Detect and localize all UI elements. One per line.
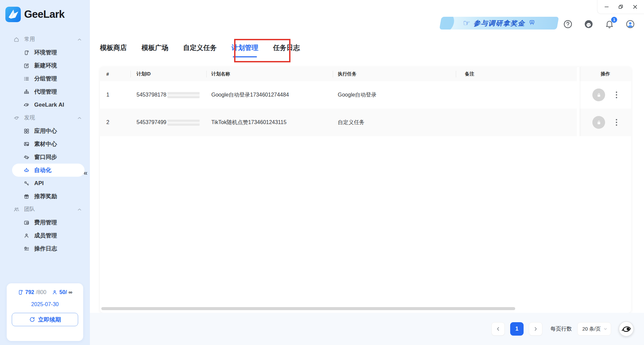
column-header-4: 备注 bbox=[456, 67, 577, 81]
sidebar-section-discover[interactable]: 发现 bbox=[0, 111, 90, 124]
sidebar-item-label: 推荐奖励 bbox=[34, 192, 57, 200]
lock-button[interactable] bbox=[592, 116, 605, 129]
sidebar-collapse-button[interactable]: « bbox=[81, 168, 90, 178]
more-actions-button[interactable] bbox=[614, 90, 619, 100]
brand-logo: GeeLark bbox=[0, 0, 90, 22]
sidebar-item-label: 成员管理 bbox=[34, 232, 57, 239]
fixed-column-gap bbox=[577, 109, 580, 136]
sidebar-item-api[interactable]: API bbox=[12, 177, 85, 190]
chevron-down-icon bbox=[603, 327, 607, 331]
plan-table-card: #计划ID计划名称执行任务备注操作 15453798178Google自动登录1… bbox=[100, 67, 631, 313]
tab-template-plaza[interactable]: 模板广场 bbox=[142, 43, 168, 57]
env-quota-used: 792 bbox=[25, 289, 34, 295]
renew-button-label: 立即续期 bbox=[38, 316, 61, 324]
env-quota-total: /800 bbox=[36, 289, 46, 295]
sidebar-item-members[interactable]: 成员管理 bbox=[12, 229, 85, 242]
banner-text: 参与调研拿奖金 bbox=[474, 19, 525, 28]
chevron-up-icon bbox=[76, 115, 83, 121]
tab-task-log[interactable]: 任务日志 bbox=[273, 43, 300, 57]
restore-button[interactable] bbox=[617, 3, 625, 11]
tabs-bar: 模板商店模板广场自定义任务计划管理任务日志 bbox=[100, 43, 300, 57]
account-avatar[interactable] bbox=[625, 19, 635, 29]
plan-quota-card: 792/800 50/∞ 2025-07-30 立即续期 bbox=[7, 283, 83, 341]
sidebar-item-referral-reward[interactable]: 推荐奖励 bbox=[12, 190, 85, 203]
cell-operations bbox=[580, 109, 631, 136]
assistant-float-button[interactable] bbox=[619, 321, 634, 337]
help-button[interactable] bbox=[563, 19, 573, 29]
sidebar-section-label: 常用 bbox=[24, 36, 72, 43]
sidebar-section-label: 发现 bbox=[24, 114, 72, 121]
sidebar-item-label: 操作日志 bbox=[34, 245, 57, 252]
member-quota-used: 50/ bbox=[59, 289, 67, 295]
log-icon bbox=[23, 246, 30, 252]
sidebar-item-label: 新建环境 bbox=[34, 62, 57, 69]
sidebar-item-new-env[interactable]: 新建环境 bbox=[12, 59, 85, 72]
cell-note bbox=[456, 109, 577, 136]
sidebar: GeeLark 常用环境管理新建环境分组管理代理管理GeeLark AI发现应用… bbox=[0, 0, 90, 345]
notifications-button[interactable]: 1 bbox=[604, 19, 614, 29]
app-window: GeeLark 常用环境管理新建环境分组管理代理管理GeeLark AI发现应用… bbox=[0, 0, 644, 345]
tab-plan-manage[interactable]: 计划管理 bbox=[231, 43, 258, 57]
chevron-up-icon bbox=[76, 37, 83, 43]
sidebar-item-material-center[interactable]: 素材中心 bbox=[12, 137, 85, 151]
sidebar-section-team[interactable]: 团队 bbox=[0, 203, 90, 216]
table-body: 15453798178Google自动登录1734601274484Google… bbox=[100, 81, 631, 136]
person-quota-icon bbox=[52, 289, 58, 295]
member-quota: 50/∞ bbox=[52, 289, 72, 295]
prev-page-button[interactable] bbox=[491, 322, 505, 336]
media-icon bbox=[23, 141, 30, 147]
close-button[interactable] bbox=[631, 3, 639, 11]
sidebar-item-label: 环境管理 bbox=[34, 49, 57, 56]
sidebar-item-operation-log[interactable]: 操作日志 bbox=[12, 242, 85, 255]
tab-template-store[interactable]: 模板商店 bbox=[100, 43, 127, 57]
cell-note bbox=[456, 81, 577, 109]
tab-custom-task[interactable]: 自定义任务 bbox=[183, 43, 217, 57]
page-size-select[interactable]: 20 条/页 bbox=[577, 322, 611, 336]
sidebar-item-env-manage[interactable]: 环境管理 bbox=[12, 46, 85, 59]
hand-pointer-icon: ☞ bbox=[463, 19, 470, 27]
cell-index: 1 bbox=[100, 81, 130, 109]
masked-id-block bbox=[167, 119, 200, 126]
table-header: #计划ID计划名称执行任务备注操作 bbox=[100, 67, 631, 81]
sidebar-item-automation[interactable]: 自动化 bbox=[12, 164, 85, 177]
sidebar-item-label: 素材中心 bbox=[34, 140, 57, 148]
cell-task: 自定义任务 bbox=[333, 109, 456, 136]
sidebar-item-billing[interactable]: 费用管理 bbox=[12, 216, 85, 229]
support-headset-icon[interactable] bbox=[584, 19, 594, 29]
current-page-button[interactable]: 1 bbox=[510, 322, 524, 336]
sidebar-item-proxy-manage[interactable]: 代理管理 bbox=[12, 85, 85, 98]
sidebar-item-label: 代理管理 bbox=[34, 88, 57, 96]
sidebar-item-geelark-ai[interactable]: GeeLark AI bbox=[12, 98, 85, 111]
table-row: 15453798178Google自动登录1734601274484Google… bbox=[100, 81, 631, 109]
masked-id-block bbox=[167, 92, 200, 98]
sidebar-section-common[interactable]: 常用 bbox=[0, 33, 90, 46]
planet-icon bbox=[13, 115, 19, 121]
sidebar-item-window-sync[interactable]: 窗口同步 bbox=[12, 151, 85, 164]
fixed-column-gap bbox=[577, 67, 580, 81]
lock-button[interactable] bbox=[592, 89, 605, 101]
ai-eye-icon bbox=[23, 102, 30, 108]
next-page-button[interactable] bbox=[529, 322, 542, 336]
bottom-strip: 1 每页行数 20 条/页 bbox=[90, 313, 644, 345]
member-icon bbox=[23, 233, 30, 239]
more-actions-button[interactable] bbox=[614, 118, 619, 127]
sidebar-item-label: 费用管理 bbox=[34, 219, 57, 226]
window-controls bbox=[597, 0, 644, 14]
sidebar-item-app-center[interactable]: 应用中心 bbox=[12, 124, 85, 137]
column-header-5: 操作 bbox=[580, 67, 631, 81]
cell-task: Google自动登录 bbox=[333, 81, 456, 109]
horizontal-scrollbar[interactable] bbox=[101, 307, 515, 310]
renew-button[interactable]: 立即续期 bbox=[12, 313, 78, 326]
fixed-column-gap bbox=[577, 81, 580, 109]
sidebar-item-label: GeeLark AI bbox=[34, 102, 64, 108]
minimize-button[interactable] bbox=[603, 3, 610, 11]
sidebar-item-group-manage[interactable]: 分组管理 bbox=[12, 72, 85, 85]
notification-badge: 1 bbox=[611, 17, 617, 23]
sidebar-item-label: 自动化 bbox=[34, 166, 51, 174]
column-header-0: # bbox=[100, 67, 130, 81]
survey-banner[interactable]: ☞ 参与调研拿奖金 bbox=[440, 17, 558, 30]
member-quota-limit: ∞ bbox=[68, 289, 72, 295]
grid-icon bbox=[23, 128, 30, 134]
sidebar-item-label: 窗口同步 bbox=[34, 153, 57, 161]
phone-quota-icon bbox=[17, 289, 23, 295]
